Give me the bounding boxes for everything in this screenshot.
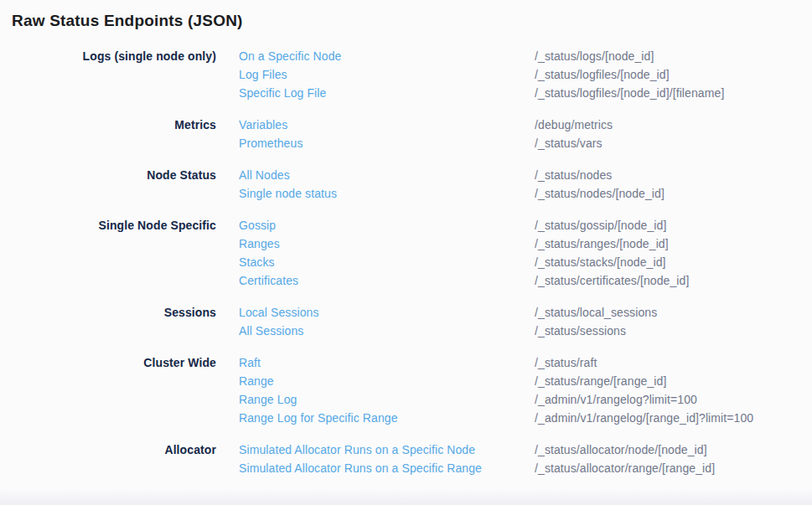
endpoint-link[interactable]: Raft [239, 353, 535, 372]
endpoint-paths-column: /_status/nodes/_status/nodes/[node_id] [535, 166, 812, 203]
endpoint-path: /_status/allocator/range/[range_id] [535, 459, 812, 477]
endpoint-path: /_status/logfiles/[node_id]/[filename] [535, 84, 812, 102]
endpoint-path: /_status/raft [535, 353, 812, 372]
endpoint-links-column: On a Specific NodeLog FilesSpecific Log … [239, 47, 535, 102]
endpoint-links-column: GossipRangesStacksCertificates [239, 216, 535, 290]
endpoint-link[interactable]: Variables [239, 116, 535, 134]
endpoint-path: /_status/logfiles/[node_id] [535, 65, 812, 84]
endpoint-path: /_status/range/[range_id] [535, 372, 812, 390]
endpoint-paths-column: /debug/metrics/_status/vars [535, 116, 812, 152]
endpoint-path: /_status/vars [535, 134, 812, 152]
endpoint-links-column: RaftRangeRange LogRange Log for Specific… [239, 353, 535, 427]
endpoint-path: /_status/stacks/[node_id] [535, 253, 812, 271]
endpoint-link[interactable]: On a Specific Node [239, 47, 535, 65]
endpoint-path: /_admin/v1/rangelog/[range_id]?limit=100 [535, 409, 812, 427]
endpoint-links-column: Local SessionsAll Sessions [239, 303, 535, 340]
endpoint-paths-column: /_status/local_sessions/_status/sessions [535, 303, 812, 340]
group-category-label: Cluster Wide [12, 353, 216, 372]
endpoint-group: Metrics VariablesPrometheus /debug/metri… [12, 116, 812, 152]
endpoint-link[interactable]: Range Log for Specific Range [239, 409, 535, 427]
endpoint-group: Single Node Specific GossipRangesStacksC… [12, 216, 812, 290]
endpoint-group: Cluster Wide RaftRangeRange LogRange Log… [12, 353, 812, 427]
endpoint-link[interactable]: Stacks [239, 253, 535, 271]
endpoint-group: Logs (single node only) On a Specific No… [12, 47, 812, 102]
group-category-label: Allocator [12, 441, 216, 459]
endpoint-link[interactable]: Range Log [239, 390, 535, 409]
endpoint-link[interactable]: Single node status [239, 184, 535, 203]
endpoint-group: Node Status All NodesSingle node status … [12, 166, 812, 203]
endpoint-path: /_status/logs/[node_id] [535, 47, 812, 65]
endpoint-group: Allocator Simulated Allocator Runs on a … [12, 441, 812, 477]
endpoint-path: /_status/nodes [535, 166, 812, 184]
endpoint-paths-column: /_status/logs/[node_id]/_status/logfiles… [535, 47, 812, 102]
endpoint-link[interactable]: Gossip [239, 216, 535, 234]
endpoint-link[interactable]: Simulated Allocator Runs on a Specific N… [239, 441, 535, 459]
page-bottom-shade [0, 488, 812, 505]
endpoint-link[interactable]: Ranges [239, 234, 535, 253]
group-category-label: Node Status [12, 166, 216, 184]
endpoint-groups: Logs (single node only) On a Specific No… [12, 47, 812, 477]
group-category-label: Single Node Specific [12, 216, 216, 234]
endpoint-path: /_status/sessions [535, 322, 812, 340]
endpoint-paths-column: /_status/raft/_status/range/[range_id]/_… [535, 353, 812, 427]
endpoint-links-column: Simulated Allocator Runs on a Specific N… [239, 441, 535, 477]
endpoint-path: /_status/certificates/[node_id] [535, 271, 812, 290]
page-title: Raw Status Endpoints (JSON) [12, 12, 812, 30]
endpoint-link[interactable]: All Sessions [239, 322, 535, 340]
group-category-label: Logs (single node only) [12, 47, 216, 65]
raw-status-endpoints-page: Raw Status Endpoints (JSON) Logs (single… [0, 0, 812, 477]
endpoint-group: Sessions Local SessionsAll Sessions /_st… [12, 303, 812, 340]
endpoint-path: /_admin/v1/rangelog?limit=100 [535, 390, 812, 409]
endpoint-link[interactable]: Local Sessions [239, 303, 535, 322]
group-category-label: Metrics [12, 116, 216, 134]
endpoint-link[interactable]: Log Files [239, 65, 535, 84]
endpoint-link[interactable]: Prometheus [239, 134, 535, 152]
endpoint-path: /_status/allocator/node/[node_id] [535, 441, 812, 459]
group-category-label: Sessions [12, 303, 216, 322]
endpoint-link[interactable]: Range [239, 372, 535, 390]
endpoint-path: /debug/metrics [535, 116, 812, 134]
endpoint-path: /_status/ranges/[node_id] [535, 234, 812, 253]
endpoint-link[interactable]: Certificates [239, 271, 535, 290]
endpoint-link[interactable]: Simulated Allocator Runs on a Specific R… [239, 459, 535, 477]
endpoint-path: /_status/local_sessions [535, 303, 812, 322]
endpoint-path: /_status/gossip/[node_id] [535, 216, 812, 234]
endpoint-links-column: All NodesSingle node status [239, 166, 535, 203]
endpoint-links-column: VariablesPrometheus [239, 116, 535, 152]
endpoint-path: /_status/nodes/[node_id] [535, 184, 812, 203]
endpoint-paths-column: /_status/gossip/[node_id]/_status/ranges… [535, 216, 812, 290]
endpoint-link[interactable]: All Nodes [239, 166, 535, 184]
endpoint-paths-column: /_status/allocator/node/[node_id]/_statu… [535, 441, 812, 477]
endpoint-link[interactable]: Specific Log File [239, 84, 535, 102]
